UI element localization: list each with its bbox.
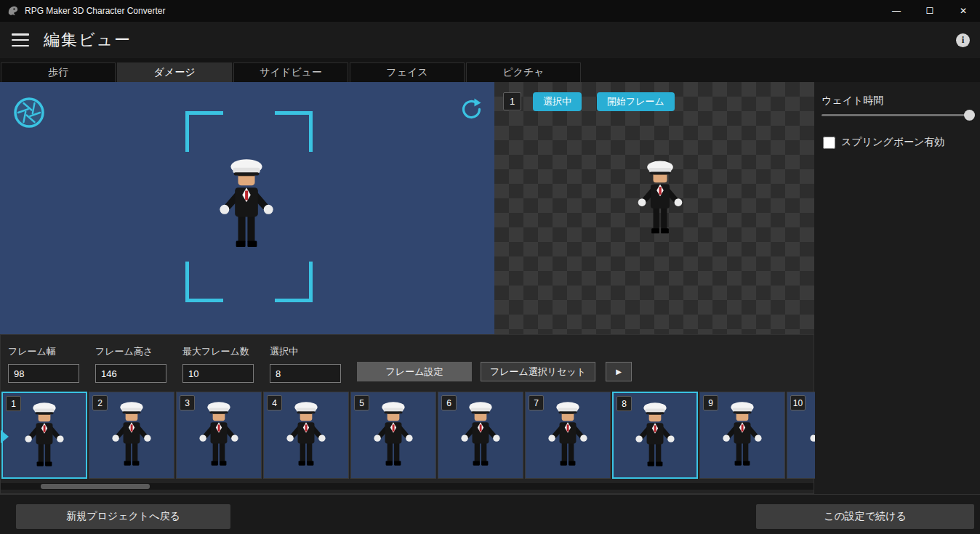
frame-thumbnail-10[interactable]: 10	[787, 392, 815, 479]
frame-thumbnail-1[interactable]: 1	[1, 392, 87, 479]
frame-thumbnail-9[interactable]: 9	[699, 392, 785, 479]
character-model-preview	[209, 156, 284, 256]
frame-thumbnail-5[interactable]: 5	[350, 392, 436, 479]
start-frame-button[interactable]: 開始フレーム	[597, 92, 675, 111]
character-sprite	[542, 400, 594, 472]
frame-set-button[interactable]: フレーム設定	[357, 362, 472, 381]
sprite-preview-panel: 1 選択中 開始フレーム	[494, 82, 814, 334]
frame-number: 7	[529, 395, 544, 410]
footer-bar: 新規プロジェクトへ戻る この設定で続ける	[0, 494, 980, 534]
aperture-icon[interactable]	[13, 97, 45, 129]
frame-thumbnail-7[interactable]: 7	[525, 392, 611, 479]
frame-thumbnail-6[interactable]: 6	[438, 392, 523, 479]
character-sprite	[629, 400, 681, 473]
wait-time-label: ウェイト時間	[822, 94, 883, 108]
selected-button[interactable]: 選択中	[533, 92, 582, 111]
selected-frame-field-group: 選択中	[270, 345, 341, 383]
character-sprite	[105, 400, 158, 472]
frame-number: 9	[703, 395, 718, 410]
character-sprite	[367, 400, 419, 472]
frame-strip-scrollbar[interactable]	[1, 483, 814, 490]
frame-width-field-group: フレーム幅	[8, 345, 79, 383]
frame-height-field-group: フレーム高さ	[95, 345, 166, 383]
spring-bone-row: スプリングボーン有効	[823, 136, 944, 149]
character-sprite	[632, 149, 688, 251]
tab-picture[interactable]: ピクチャ	[466, 62, 581, 82]
character-sprite	[454, 400, 507, 472]
frame-width-label: フレーム幅	[8, 345, 79, 358]
frame-height-label: フレーム高さ	[95, 345, 166, 358]
selected-frame-input[interactable]	[270, 364, 341, 383]
frame-number: 3	[180, 395, 195, 410]
crop-corner-bottom-right[interactable]	[275, 262, 313, 302]
scrollbar-thumb[interactable]	[41, 484, 150, 489]
header: 編集ビュー i	[0, 22, 980, 58]
preview-viewport[interactable]	[0, 82, 494, 334]
right-panel: ウェイト時間 スプリングボーン有効	[814, 82, 980, 494]
max-frames-field-group: 最大フレーム数	[182, 345, 254, 383]
page-title: 編集ビュー	[44, 29, 132, 51]
play-button[interactable]: ▶	[606, 362, 632, 381]
tab-face[interactable]: フェイス	[350, 62, 465, 82]
title-bar: RPG Maker 3D Character Converter — ☐ ✕	[0, 0, 980, 22]
frame-thumbnail-8[interactable]: 8	[612, 392, 698, 479]
app-icon	[7, 5, 19, 17]
current-frame-arrow-icon	[1, 430, 9, 443]
max-frames-label: 最大フレーム数	[182, 345, 254, 358]
crop-corner-top-left[interactable]	[185, 111, 223, 152]
selected-frame-label: 選択中	[270, 345, 341, 358]
app-window: RPG Maker 3D Character Converter — ☐ ✕ 編…	[0, 0, 980, 534]
rotate-icon[interactable]	[458, 97, 481, 120]
window-title: RPG Maker 3D Character Converter	[25, 6, 165, 16]
tab-damage[interactable]: ダメージ	[117, 62, 232, 82]
spring-bone-checkbox[interactable]	[823, 137, 835, 149]
close-button[interactable]: ✕	[947, 0, 980, 22]
frame-number: 10	[790, 395, 806, 410]
back-to-new-project-button[interactable]: 新規プロジェクトへ戻る	[16, 504, 230, 529]
max-frames-input[interactable]	[182, 364, 254, 383]
character-sprite	[193, 400, 245, 472]
tab-bar: 歩行 ダメージ サイドビュー フェイス ピクチャ	[0, 58, 980, 82]
continue-with-settings-button[interactable]: この設定で続ける	[756, 504, 974, 529]
character-sprite	[18, 400, 71, 473]
frame-selection-reset-button[interactable]: フレーム選択リセット	[481, 362, 595, 381]
frame-number: 6	[441, 395, 457, 410]
frame-thumbnail-3[interactable]: 3	[176, 392, 262, 479]
crop-corner-top-right[interactable]	[275, 111, 313, 152]
frame-number: 2	[92, 395, 108, 410]
tab-walk[interactable]: 歩行	[1, 62, 116, 82]
maximize-button[interactable]: ☐	[913, 0, 947, 22]
tab-sideview[interactable]: サイドビュー	[233, 62, 348, 82]
character-sprite	[716, 400, 768, 472]
character-sprite	[803, 400, 815, 472]
frame-number: 8	[616, 396, 632, 411]
frame-thumbnail-2[interactable]: 2	[89, 392, 174, 479]
character-sprite	[280, 400, 332, 472]
frame-strip: 1 2 3 4 5 6 7 8 9 10	[1, 391, 815, 480]
info-icon[interactable]: i	[956, 33, 970, 47]
frame-number: 1	[6, 396, 21, 411]
crop-corner-bottom-left[interactable]	[185, 262, 223, 302]
frame-width-input[interactable]	[8, 364, 79, 383]
frame-number: 4	[267, 395, 282, 410]
frame-settings-panel: フレーム幅 フレーム高さ 最大フレーム数 選択中 フレーム設定 フレーム選択リセ…	[0, 334, 814, 494]
wait-time-slider-handle[interactable]	[964, 110, 975, 121]
menu-icon[interactable]	[12, 33, 29, 46]
frame-number: 5	[354, 395, 369, 410]
frame-height-input[interactable]	[95, 364, 166, 383]
frame-thumbnail-4[interactable]: 4	[263, 392, 349, 479]
spring-bone-label: スプリングボーン有効	[841, 136, 944, 149]
wait-time-slider[interactable]	[822, 114, 973, 116]
frame-number-badge: 1	[503, 92, 521, 110]
minimize-button[interactable]: —	[880, 0, 913, 22]
